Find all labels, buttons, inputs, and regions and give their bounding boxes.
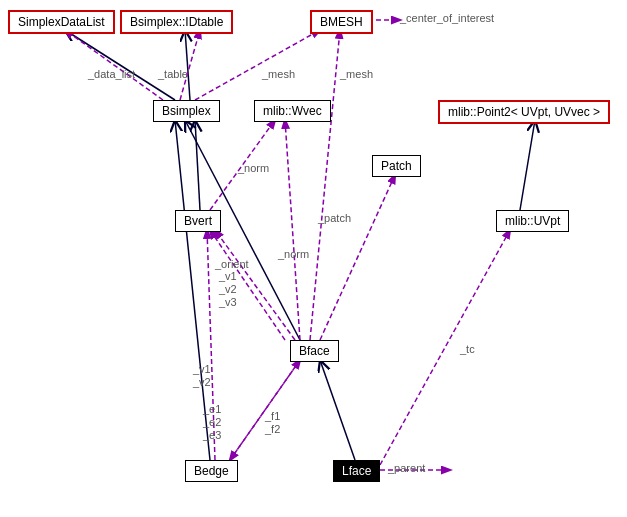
svg-line-2 [195,120,200,210]
label-e2: _e2 [203,416,221,428]
svg-line-1 [185,30,190,100]
node-mlibwvec[interactable]: mlib::Wvec [254,100,331,122]
node-bface[interactable]: Bface [290,340,339,362]
svg-line-6 [520,120,535,210]
label-patch: _patch [318,212,351,224]
label-mesh1: _mesh [262,68,295,80]
label-data-list: _data_list [88,68,135,80]
label-f1: _f1 [265,410,280,422]
label-parent: _parent [388,462,425,474]
label-v2b: _v2 [193,376,211,388]
label-e3: _e3 [203,429,221,441]
svg-line-10 [195,30,320,100]
node-patch[interactable]: Patch [372,155,421,177]
diagram-container: SimplexDataList Bsimplex::IDtable BMESH … [0,0,627,517]
node-mlib-point2[interactable]: mlib::Point2< UVpt, UVvec > [438,100,610,124]
label-v1b: _v1 [193,363,211,375]
label-norm2: _norm [278,248,309,260]
label-f2: _f2 [265,423,280,435]
svg-line-11 [310,30,340,340]
label-norm1: _norm [238,162,269,174]
svg-line-9 [180,30,200,100]
svg-line-13 [285,120,300,340]
label-tc: _tc [460,343,475,355]
label-e1: _e1 [203,403,221,415]
label-v2a: _v2 [219,283,237,295]
label-orient: _orient [215,258,249,270]
label-center-of-interest: _center_of_interest [400,12,494,24]
node-lface[interactable]: Lface [333,460,380,482]
label-mesh2: _mesh [340,68,373,80]
svg-line-5 [320,360,355,460]
svg-line-8 [65,30,163,100]
node-bedge[interactable]: Bedge [185,460,238,482]
node-simplexdatalist[interactable]: SimplexDataList [8,10,115,34]
svg-line-14 [320,175,395,340]
label-table: _table [158,68,188,80]
node-bmesh[interactable]: BMESH [310,10,373,34]
svg-line-20 [380,230,510,465]
node-bsimplexidtable[interactable]: Bsimplex::IDtable [120,10,233,34]
node-mlibuvpt[interactable]: mlib::UVpt [496,210,569,232]
label-v3: _v3 [219,296,237,308]
svg-line-0 [65,30,175,100]
node-bsimplex[interactable]: Bsimplex [153,100,220,122]
node-bvert[interactable]: Bvert [175,210,221,232]
label-v1a: _v1 [219,270,237,282]
